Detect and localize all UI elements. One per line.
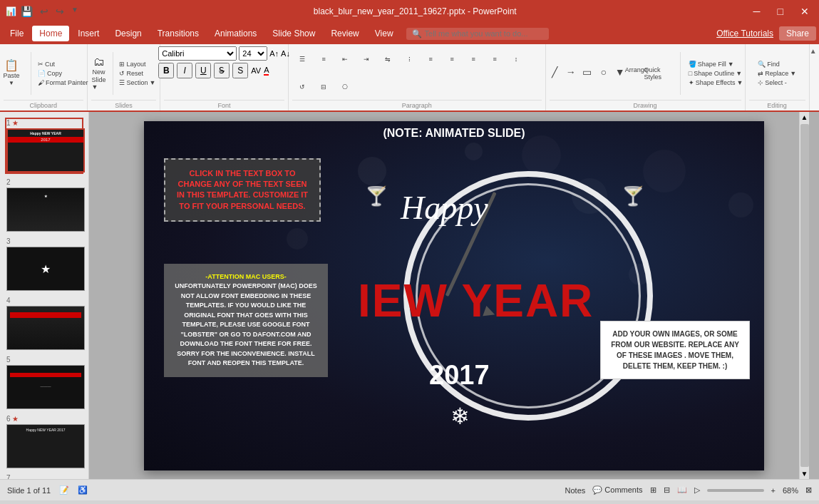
main-area: 1 ★ Happy NEW YEAR 2017 2 ★ 3 ★ 4 (0, 112, 819, 479)
slide-number-1: 1 (6, 119, 11, 127)
menu-home[interactable]: Home (32, 26, 69, 41)
text-box-images[interactable]: ADD YOUR OWN IMAGES, OR SOME FROM OUR WE… (600, 321, 750, 379)
find-button[interactable]: 🔍Find (755, 60, 799, 68)
slide-sorter-button[interactable]: ⊟ (664, 485, 670, 495)
new-slide-button[interactable]: 🗂 New Slide ▼ (88, 55, 108, 92)
underline-button[interactable]: U (195, 63, 211, 78)
slide-preview-4 (6, 306, 85, 350)
menu-view[interactable]: View (368, 26, 401, 41)
text-direction-button[interactable]: ↺ (292, 82, 312, 92)
align-center-button[interactable]: ≡ (442, 54, 462, 64)
share-button[interactable]: Share (779, 26, 816, 41)
font-color-button[interactable]: A (264, 66, 269, 76)
notes-button[interactable]: Notes (565, 486, 586, 495)
redo-button[interactable]: ↪ (53, 4, 67, 19)
normal-view-button[interactable]: ⊞ (650, 485, 656, 495)
bokeh-1 (358, 157, 386, 185)
line-spacing-button[interactable]: ↕ (506, 54, 526, 64)
bokeh-5 (643, 150, 686, 192)
save-icon[interactable]: 💾 (21, 6, 33, 17)
more-button[interactable]: ▼ (68, 4, 81, 19)
comments-button[interactable]: 💬 Comments (592, 485, 642, 495)
shape-fill-icon: 🪣 (689, 61, 696, 68)
reset-button[interactable]: ↺Reset (116, 69, 158, 78)
section-button[interactable]: ☰Section▼ (116, 78, 158, 87)
char-spacing-button[interactable]: AV (251, 66, 261, 75)
smartart-button[interactable]: ⎔ (335, 82, 355, 92)
text-box-mac[interactable]: -ATTENTION MAC USERS- UNFORTUNATELY POWE… (164, 264, 328, 377)
format-painter-icon: 🖌 (38, 79, 44, 86)
ribbon-drawing-section: ╱ → ▭ ○ ▼ Arrange QuickStyles 🪣Shape Fil… (546, 44, 746, 110)
ribbon-search-input[interactable] (425, 29, 543, 38)
layout-button[interactable]: ⊞Layout (116, 60, 158, 68)
menu-transitions[interactable]: Transitions (150, 26, 206, 41)
menu-animations[interactable]: Animations (207, 26, 264, 41)
numbering-button[interactable]: ≡ (314, 54, 334, 64)
zoom-in-button[interactable]: + (771, 486, 776, 495)
slide-thumb-5[interactable]: 5 ——— (5, 354, 83, 411)
menu-slideshow[interactable]: Slide Show (265, 26, 322, 41)
slide-thumb-6[interactable]: 6 ★ Happy NEW YEAR 2017 (5, 413, 83, 470)
slide-panel[interactable]: 1 ★ Happy NEW YEAR 2017 2 ★ 3 ★ 4 (0, 112, 89, 479)
replace-button[interactable]: ⇄Replace▼ (755, 69, 799, 78)
align-left-button[interactable]: ≡ (421, 54, 441, 64)
office-tutorials-link[interactable]: Office Tutorials (716, 29, 773, 38)
menu-insert[interactable]: Insert (71, 26, 106, 41)
slide-thumb-1[interactable]: 1 ★ Happy NEW YEAR 2017 (5, 118, 83, 174)
increase-font-button[interactable]: A↑ (269, 49, 279, 58)
slide-thumb-2[interactable]: 2 ★ (5, 177, 83, 233)
fit-window-button[interactable]: ⊠ (805, 485, 812, 495)
ribbon-clipboard-section: 📋 Paste ▼ ✂Cut 📄Copy 🖌Format Painter Cli… (0, 44, 88, 110)
slide-thumb-3[interactable]: 3 ★ (5, 236, 83, 292)
ribbon-slides-section: 🗂 New Slide ▼ ⊞Layout ↺Reset ☰Section▼ S… (88, 44, 160, 110)
menu-file[interactable]: File (3, 26, 31, 41)
ribbon-collapse-button[interactable]: ▲ (810, 44, 819, 110)
maximize-button[interactable]: □ (773, 6, 788, 17)
rtl-button[interactable]: ⇋ (378, 54, 398, 64)
select-button[interactable]: ⊹Select - (755, 78, 799, 87)
indent-increase-button[interactable]: ⇥ (356, 54, 376, 64)
minimize-button[interactable]: ─ (749, 6, 765, 17)
menu-review[interactable]: Review (324, 26, 366, 41)
slideshow-button[interactable]: ▷ (694, 485, 700, 495)
columns-button[interactable]: ⫶ (399, 54, 419, 64)
indent-decrease-button[interactable]: ⇤ (335, 54, 355, 64)
scroll-down-button[interactable]: ▼ (800, 468, 810, 479)
shape-fill-button[interactable]: 🪣Shape Fill▼ (686, 60, 746, 68)
vertical-scrollbar[interactable]: ▲ ▼ (799, 112, 809, 479)
text-box-red[interactable]: CLICK IN THE TEXT BOX TO CHANGE ANY OF T… (164, 158, 321, 222)
mac-body-text: UNFORTUNATELY POWERPOINT (MAC) DOES NOT … (172, 282, 319, 369)
align-text-button[interactable]: ⊟ (314, 82, 334, 92)
bold-button[interactable]: B (158, 63, 174, 78)
numbering-icon: ≡ (321, 56, 325, 63)
italic-button[interactable]: I (177, 63, 192, 78)
zoom-slider[interactable] (707, 489, 764, 492)
format-painter-button[interactable]: 🖌Format Painter (35, 78, 91, 87)
close-button[interactable]: ✕ (796, 6, 813, 17)
scroll-thumb[interactable] (800, 124, 809, 467)
quick-styles-button[interactable]: QuickStyles (643, 65, 663, 82)
cut-button[interactable]: ✂Cut (35, 60, 91, 68)
paste-button[interactable]: 📋 Paste ▼ (0, 58, 27, 88)
menu-design[interactable]: Design (108, 26, 148, 41)
undo-button[interactable]: ↩ (37, 4, 51, 19)
shape-outline-button[interactable]: □Shape Outline▼ (686, 69, 746, 78)
slide-thumb-4[interactable]: 4 (5, 295, 83, 351)
copy-button[interactable]: 📄Copy (35, 69, 91, 78)
shape-effects-button[interactable]: ✦Shape Effects▼ (686, 78, 746, 87)
font-size-select[interactable]: 24 (239, 46, 267, 61)
slide-thumb-7[interactable]: 7 (5, 473, 83, 479)
reading-view-button[interactable]: 📖 (677, 485, 687, 495)
align-right-button[interactable]: ≡ (463, 54, 483, 64)
layout-icon: ⊞ (119, 61, 125, 68)
font-family-select[interactable]: Calibri (158, 46, 237, 61)
scroll-up-button[interactable]: ▲ (800, 112, 810, 123)
ribbon-font-section: Calibri 24 A↑ A↓ B I U S̶ S AV A Font (160, 44, 289, 110)
bullets-button[interactable]: ☰ (292, 54, 312, 64)
ribbon-paragraph-section: ☰ ≡ ⇤ ⇥ ⇋ ⫶ ≡ ≡ ≡ ≡ ↕ ↺ ⊟ ⎔ Paragraph (289, 44, 546, 110)
strikethrough-button[interactable]: S̶ (214, 63, 230, 78)
shadow-button[interactable]: S (232, 63, 248, 78)
app-icon: 📊 (6, 6, 16, 16)
justify-button[interactable]: ≡ (485, 54, 505, 64)
martini-left-icon: 🍸 (365, 185, 388, 207)
